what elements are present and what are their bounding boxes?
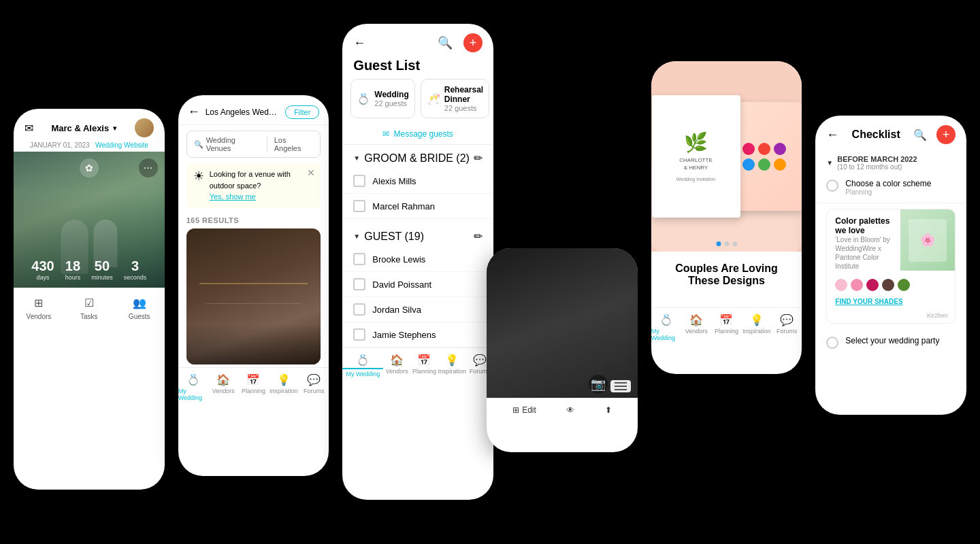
nav-forums[interactable]: 💬 Forums [772,313,802,341]
edit-section-icon[interactable]: ✏ [474,230,483,243]
hero-center-icon[interactable]: ✿ [80,158,99,177]
guest-name: David Poissant [372,279,431,290]
nav-vendors[interactable]: ⊞ Vendors [14,295,64,320]
search-title: Los Angeles Wedding Ven... [206,107,280,117]
wedding-website-link[interactable]: Wedding Website [95,141,148,149]
nav-my-wedding[interactable]: 💍 My Wedding [651,313,681,341]
filter-button[interactable]: Filter [285,105,319,119]
camera-icon[interactable]: 📷 [589,375,608,394]
nav-vendors[interactable]: 🏠 Vendors [681,313,711,341]
checklist-header: ← Checklist 🔍 + [815,116,966,150]
guest-checkbox[interactable] [353,253,365,265]
checklist-item: Choose a color scheme Planning [815,172,966,203]
suggestion-banner: ☀ Looking for a venue with outdoor space… [186,163,321,208]
guest-name: Jamie Stephens [372,330,436,340]
guest-section-title: GUEST (19) [364,231,424,243]
nav-guests[interactable]: 👥 Guests [114,295,165,320]
section-subtitle: (10 to 12 months out) [837,163,917,171]
venue-card[interactable]: SPOTLIGHT ♡ [186,228,321,364]
countdown-minutes: 50 minutes [91,258,113,281]
item2-radio-button[interactable] [826,337,838,349]
nav-my-wedding[interactable]: 💍 My Wedding [178,373,208,401]
guest-checkbox[interactable] [353,303,365,316]
nav-vendors[interactable]: 🏠 Vendors [383,354,410,377]
edit-button[interactable]: ⊞ Edit [512,405,536,415]
guest-checkbox[interactable] [353,200,365,212]
checklist-section-header: ▼ BEFORE MARCH 2022 (10 to 12 months out… [815,150,966,172]
nav-forums[interactable]: 💬 Forums [299,373,329,401]
add-guest-button[interactable]: + [463,33,483,52]
hero-section: ✿ ··· 430 days 18 hours 50 minutes 3 sec… [14,152,165,288]
message-guests-button[interactable]: ✉ Message guests [342,124,493,145]
phone-invitation-design: 🌿 CHARLOTTE& HENRY Wedding Invitation ‹ … [651,61,802,374]
avatar[interactable] [135,118,154,137]
wedding-icon: 💍 [357,92,370,105]
rehearsal-icon: 🥂 [427,92,440,105]
phone-checklist: ← Checklist 🔍 + ▼ BEFORE MARCH 2022 (10 … [815,116,966,415]
dot-3[interactable] [732,241,737,246]
guest-row: Brooke Lewis [342,247,493,272]
envelope-icon[interactable]: ✉ [24,122,33,135]
nav-my-wedding[interactable]: 💍 My Wedding [342,354,383,377]
edit-icon: ⊞ [512,405,519,415]
nav-planning[interactable]: 📅 Planning [410,354,438,377]
countdown-hours: 18 hours [65,258,81,281]
guest-name: Jordan Silva [372,305,421,315]
guest-row: Jamie Stephens [342,322,493,347]
guest-row: David Poissant [342,272,493,297]
envelope-icon: ✉ [382,129,389,139]
item2-label: Select your wedding party [845,336,939,345]
tab-wedding[interactable]: 💍 Wedding 22 guests [350,79,414,118]
guest-checkbox[interactable] [353,328,365,341]
color-palette-card[interactable]: Color palettes we love 'Love in Bloom' b… [826,209,956,324]
swatch-4 [882,279,894,291]
guest-checkbox[interactable] [353,175,365,187]
view-button[interactable]: 👁 [566,405,574,415]
color-card-thumbnail: 🌸 [900,209,955,271]
add-checklist-item-button[interactable]: + [936,125,956,144]
guest-name: Alexis Mills [372,176,416,186]
suggestion-text: Looking for a venue with outdoor space? … [210,169,314,203]
guest-row: Jordan Silva [342,297,493,322]
close-suggestion-button[interactable]: ✕ [307,167,315,178]
event-tabs: 💍 Wedding 22 guests 🥂 Rehearsal Dinner 2… [350,79,485,118]
search-icon[interactable]: 🔍 [913,129,927,141]
invitation-card-1[interactable]: 🌿 CHARLOTTE& HENRY Wedding Invitation [652,95,740,218]
search-header: ← Los Angeles Wedding Ven... Filter [178,95,329,125]
location-search-input[interactable]: Los Angeles [267,131,321,157]
nav-inspiration[interactable]: 💡 Inspiration [438,354,466,377]
bottom-nav: ⊞ Vendors ☑ Tasks 👥 Guests [14,288,165,324]
color-swatches [827,275,955,296]
nav-planning[interactable]: 📅 Planning [711,313,741,341]
section-triangle-icon: ▼ [353,154,360,162]
suggestion-link[interactable]: Yes, show me [210,192,256,201]
share-button[interactable]: ⬆ [605,405,612,415]
venue-search-input[interactable]: 🔍 Wedding Venues [187,131,267,157]
nav-tasks[interactable]: ☑ Tasks [64,295,114,320]
nav-inspiration[interactable]: 💡 Inspiration [742,313,772,341]
dot-2[interactable] [724,241,729,246]
search-icon[interactable]: 🔍 [438,35,453,50]
more-options-button[interactable]: ··· [139,158,158,177]
search-bar[interactable]: 🔍 Wedding Venues Los Angeles [186,131,321,158]
dot-1[interactable] [716,241,721,246]
tab-rehearsal[interactable]: 🥂 Rehearsal Dinner 22 guests [421,79,489,118]
header-icons: 🔍 + [438,33,483,52]
guest-name: Marcel Rahman [372,201,435,211]
nav-inspiration[interactable]: 💡 Inspiration [269,373,299,401]
guest-back-button[interactable]: ← [353,36,365,50]
edit-section-icon[interactable]: ✏ [474,152,483,165]
back-button[interactable]: ← [188,105,200,119]
couple-name[interactable]: Marc & Alexis [51,123,109,133]
checklist-back-button[interactable]: ← [826,128,838,142]
design-section-title: Couples Are Loving These Designs [662,262,791,287]
nav-planning[interactable]: 📅 Planning [238,373,268,401]
guest-section: ▼ GUEST (19) ✏ [342,223,493,247]
item-radio-button[interactable] [826,180,838,192]
guest-checkbox[interactable] [353,278,365,290]
find-shades-button[interactable]: FIND YOUR SHADES [827,296,955,311]
nav-vendors[interactable]: 🏠 Vendors [208,373,238,401]
menu-icon[interactable] [610,380,631,392]
countdown: 430 days 18 hours 50 minutes 3 seconds [14,258,165,281]
chevron-down-icon: ▾ [113,124,116,132]
